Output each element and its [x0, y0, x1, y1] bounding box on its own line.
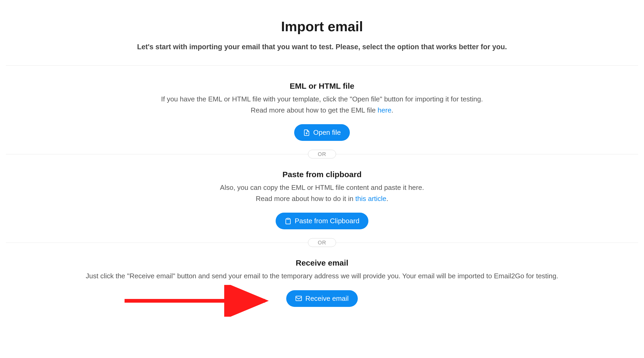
button-label: Open file	[313, 128, 341, 137]
section-eml-html: EML or HTML file If you have the EML or …	[0, 66, 644, 154]
section-paste: Paste from clipboard Also, you can copy …	[0, 154, 644, 243]
section-title-receive: Receive email	[5, 258, 639, 267]
button-label: Paste from Clipboard	[295, 217, 359, 225]
receive-email-button[interactable]: Receive email	[286, 290, 358, 307]
open-file-button[interactable]: Open file	[294, 124, 350, 141]
button-label: Receive email	[305, 294, 349, 303]
desc-text: Read more about how to get the EML file	[251, 106, 378, 114]
section-receive: Receive email Just click the "Receive em…	[0, 243, 644, 320]
section-desc-paste: Also, you can copy the EML or HTML file …	[5, 182, 639, 204]
or-pill: OR	[308, 150, 336, 159]
page-subtitle: Let's start with importing your email th…	[0, 43, 644, 51]
or-pill: OR	[308, 238, 336, 247]
file-icon	[303, 129, 310, 136]
svg-rect-1	[296, 296, 302, 301]
desc-text: Read more about how to do it in	[256, 195, 355, 203]
link-eml-help[interactable]: here	[378, 106, 391, 114]
desc-text: .	[391, 106, 393, 114]
annotation-arrow	[122, 285, 281, 317]
desc-text: Also, you can copy the EML or HTML file …	[220, 184, 424, 191]
mail-icon	[295, 295, 302, 302]
paste-clipboard-button[interactable]: Paste from Clipboard	[276, 213, 368, 229]
section-title-paste: Paste from clipboard	[5, 170, 639, 179]
section-title-eml: EML or HTML file	[5, 82, 639, 91]
desc-text: If you have the EML or HTML file with yo…	[161, 95, 483, 103]
section-desc-eml: If you have the EML or HTML file with yo…	[5, 94, 639, 116]
desc-text: .	[386, 195, 388, 203]
clipboard-icon	[285, 218, 292, 225]
section-desc-receive: Just click the "Receive email" button an…	[5, 271, 639, 282]
page-title: Import email	[0, 19, 644, 34]
link-paste-help[interactable]: this article	[355, 195, 386, 203]
svg-rect-0	[287, 218, 289, 219]
